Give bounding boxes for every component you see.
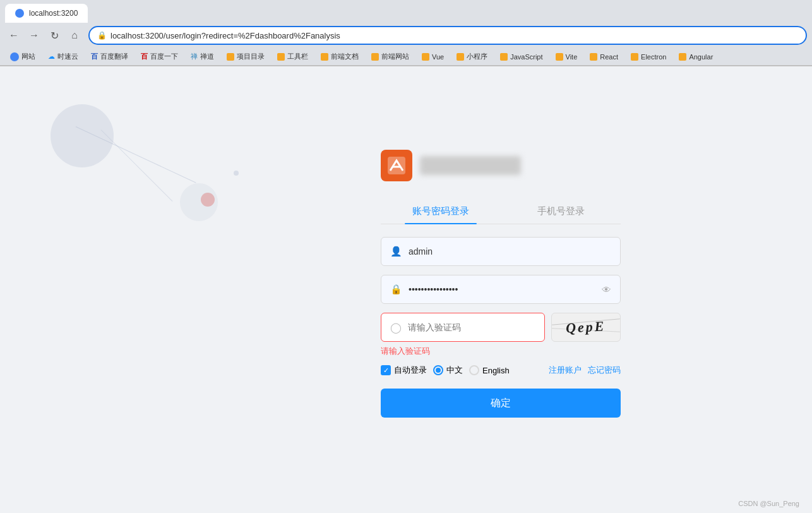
bookmark-item[interactable]: 禅 禅道: [186, 51, 219, 63]
checkbox-icon: ✓: [381, 365, 391, 375]
bookmark-icon: [321, 53, 328, 61]
bookmark-icon: 禅: [191, 52, 198, 61]
logo-text: [420, 156, 521, 175]
password-field: 🔒 👁: [381, 275, 621, 304]
captcha-text: QepE: [566, 318, 607, 336]
language-radio-group: 中文 English: [433, 365, 510, 376]
bookmark-label: Vue: [432, 53, 444, 61]
bookmark-item[interactable]: 网站: [5, 51, 40, 63]
home-button[interactable]: ⌂: [66, 27, 83, 44]
captcha-icon: ◯: [390, 322, 402, 334]
back-button[interactable]: ←: [5, 27, 23, 44]
bookmark-icon: [371, 53, 379, 61]
bookmark-label: 前端网站: [381, 52, 409, 61]
username-input[interactable]: [409, 246, 611, 256]
lang-zh-label: 中文: [446, 365, 463, 376]
submit-button[interactable]: 确定: [381, 389, 621, 418]
captcha-row: ◯ QepE: [381, 313, 621, 342]
address-bar-row: ← → ↻ ⌂ 🔒 localhost:3200/user/login?redi…: [0, 23, 812, 48]
password-input[interactable]: [409, 284, 595, 294]
browser-tab[interactable]: localhost:3200: [5, 4, 88, 23]
bookmark-label: Angular: [689, 53, 713, 61]
bookmark-icon: [457, 53, 464, 61]
bg-decoration-dot-small: [234, 171, 239, 176]
captcha-input[interactable]: [408, 322, 535, 332]
bookmark-label: 百度一下: [150, 52, 178, 61]
bookmark-item[interactable]: 百 百度翻译: [86, 51, 133, 63]
nav-buttons: ← → ↻ ⌂: [5, 27, 83, 44]
bookmark-item[interactable]: 项目目录: [222, 51, 270, 63]
bookmark-label: 小程序: [467, 52, 487, 61]
auto-login-checkbox[interactable]: ✓ 自动登录: [381, 365, 427, 376]
lock-icon: 🔒: [390, 284, 402, 295]
options-row: ✓ 自动登录 中文 English 注册账户 忘记密码: [381, 365, 621, 376]
logo-area: [381, 150, 621, 181]
bookmark-label: 百度翻译: [100, 52, 128, 61]
reload-button[interactable]: ↻: [45, 27, 63, 44]
bookmark-icon: [556, 53, 563, 61]
bookmark-icon: [631, 53, 638, 61]
user-icon: 👤: [390, 246, 402, 257]
bookmark-item[interactable]: Angular: [674, 52, 718, 62]
bg-decoration-dot-pink: [201, 193, 215, 207]
bookmark-item[interactable]: React: [585, 52, 623, 62]
bookmark-item[interactable]: Vue: [417, 52, 449, 62]
login-tabs: 账号密码登录 手机号登录: [381, 199, 621, 224]
username-field: 👤: [381, 237, 621, 266]
bookmark-item[interactable]: JavaScript: [495, 52, 547, 62]
tab-account-password[interactable]: 账号密码登录: [381, 199, 501, 224]
bookmark-item[interactable]: Vite: [551, 52, 583, 62]
bg-decoration-circle-large: [51, 104, 114, 167]
bookmark-item[interactable]: 工具栏: [272, 51, 313, 63]
browser-chrome: localhost:3200 ← → ↻ ⌂ 🔒 localhost:3200/…: [0, 0, 812, 66]
bookmark-label: 禅道: [200, 52, 214, 61]
bookmark-label: 时速云: [57, 52, 78, 61]
tab-favicon: [15, 9, 24, 18]
bookmark-icon: 百: [141, 52, 148, 61]
bookmark-item[interactable]: 前端网站: [366, 51, 414, 63]
page-footer: CSDN @Sun_Peng: [738, 500, 799, 507]
forward-button[interactable]: →: [25, 27, 43, 44]
bookmark-label: 网站: [21, 52, 35, 61]
captcha-error: 请输入验证码: [381, 346, 621, 357]
bookmark-label: React: [600, 53, 618, 61]
captcha-image[interactable]: QepE: [551, 313, 621, 342]
tab-title: localhost:3200: [29, 9, 78, 18]
bookmark-item[interactable]: 百 百度一下: [136, 51, 183, 63]
page-content: 账号密码登录 手机号登录 👤 🔒 👁 ◯ QepE: [0, 66, 812, 513]
address-box[interactable]: 🔒 localhost:3200/user/login?redirect=%2F…: [88, 26, 807, 45]
bookmark-item[interactable]: ☁ 时速云: [43, 51, 83, 63]
bookmark-icon: ☁: [48, 52, 55, 61]
bookmark-icon: [227, 53, 234, 61]
address-url: localhost:3200/user/login?redirect=%2Fda…: [110, 31, 340, 40]
footer-credit: CSDN @Sun_Peng: [738, 500, 799, 507]
bookmark-icon: [422, 53, 429, 61]
bookmark-item[interactable]: Electron: [626, 52, 671, 62]
forgot-password-link[interactable]: 忘记密码: [588, 365, 621, 376]
tab-phone[interactable]: 手机号登录: [501, 199, 621, 224]
lang-en-radio[interactable]: English: [469, 365, 510, 375]
bookmark-label: JavaScript: [510, 53, 542, 61]
bookmark-icon: 百: [91, 52, 98, 61]
captcha-input-wrap: ◯: [381, 313, 545, 342]
bookmark-icon: [679, 53, 686, 61]
radio-zh-inner: [436, 368, 441, 373]
lang-zh-radio[interactable]: 中文: [433, 365, 463, 376]
bookmark-icon: [10, 52, 19, 61]
logo-icon: [381, 150, 412, 181]
logo-svg: [386, 155, 407, 176]
tab-bar: localhost:3200: [0, 0, 812, 23]
bookmark-label: 前端文档: [331, 52, 359, 61]
auto-login-label: 自动登录: [394, 365, 427, 376]
bookmark-label: Electron: [641, 53, 666, 61]
bookmark-item[interactable]: 小程序: [451, 51, 493, 63]
bookmark-label: Vite: [566, 53, 578, 61]
register-link[interactable]: 注册账户: [549, 365, 582, 376]
bookmarks-bar: 网站 ☁ 时速云 百 百度翻译 百 百度一下 禅 禅道 项目目录 工具栏 前端文…: [0, 48, 812, 66]
bookmark-item[interactable]: 前端文档: [316, 51, 364, 63]
bg-decoration-line-2: [101, 130, 173, 202]
password-toggle-icon[interactable]: 👁: [602, 284, 611, 295]
radio-zh-outer: [433, 365, 443, 375]
bookmark-icon: [500, 53, 508, 61]
bookmark-icon: [590, 53, 597, 61]
